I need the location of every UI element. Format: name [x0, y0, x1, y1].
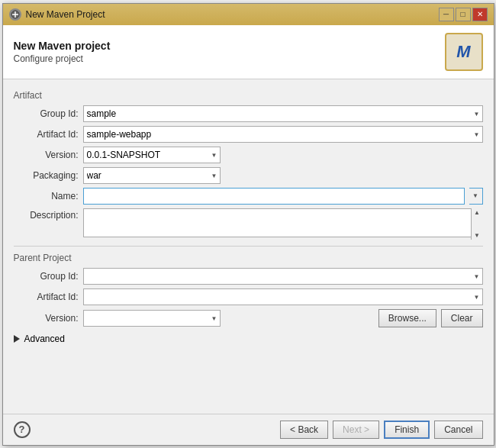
browse-button[interactable]: Browse... [378, 309, 436, 327]
title-bar-left: New Maven Project [9, 8, 105, 21]
name-input[interactable] [83, 188, 465, 205]
finish-button[interactable]: Finish [384, 421, 430, 439]
version-select[interactable]: 0.0.1-SNAPSHOT [83, 147, 221, 163]
parent-artifact-id-combo-wrapper [83, 288, 483, 305]
packaging-label: Packaging: [14, 170, 79, 181]
footer-left: ? [14, 421, 31, 438]
content-area: Artifact Group Id: sample Artifact Id: s… [3, 79, 494, 414]
artifact-id-label: Artifact Id: [14, 129, 79, 140]
window-title: New Maven Project [26, 9, 105, 20]
version-label: Version: [14, 150, 79, 160]
main-window: New Maven Project ─ □ ✕ New Maven projec… [2, 3, 494, 446]
packaging-combo-wrapper: war jar pom [83, 167, 221, 184]
parent-version-label: Version: [14, 313, 79, 324]
parent-version-row: Version: Browse... Clear [14, 309, 483, 327]
parent-group-id-select[interactable] [83, 268, 483, 285]
advanced-row[interactable]: Advanced [14, 334, 483, 344]
name-row: Name: ▼ [14, 188, 483, 205]
name-label: Name: [14, 191, 79, 201]
description-scrollbar: ▲ ▼ [471, 208, 483, 240]
parent-artifact-id-row: Artifact Id: [14, 288, 483, 305]
packaging-select[interactable]: war jar pom [83, 167, 221, 184]
maximize-button[interactable]: □ [456, 8, 471, 21]
footer-right: < Back Next > Finish Cancel [280, 421, 482, 439]
parent-group-id-label: Group Id: [14, 271, 79, 282]
description-row: Description: ▲ ▼ [14, 208, 483, 240]
cancel-button[interactable]: Cancel [434, 421, 482, 439]
scroll-up-icon: ▲ [474, 209, 480, 216]
artifact-section-label: Artifact [14, 90, 483, 101]
help-button[interactable]: ? [14, 421, 31, 438]
section-divider [14, 246, 483, 247]
window-icon [9, 8, 21, 21]
parent-version-select[interactable] [83, 310, 221, 327]
header-text: New Maven project Configure project [14, 40, 111, 64]
close-button[interactable]: ✕ [472, 8, 488, 21]
parent-group-id-combo-wrapper [83, 268, 483, 285]
next-button[interactable]: Next > [333, 421, 379, 439]
description-label: Description: [14, 208, 79, 221]
maven-logo: M [445, 33, 483, 71]
page-subtitle: Configure project [14, 53, 111, 64]
back-button[interactable]: < Back [280, 421, 328, 439]
parent-artifact-id-select[interactable] [83, 288, 483, 305]
description-textarea[interactable] [83, 208, 483, 237]
group-id-label: Group Id: [14, 108, 79, 119]
parent-section-label: Parent Project [14, 253, 483, 263]
advanced-expand-icon [14, 335, 20, 343]
description-wrapper: ▲ ▼ [83, 208, 483, 240]
parent-version-combo-wrapper [83, 310, 221, 327]
artifact-id-select[interactable]: sample-webapp [83, 126, 483, 143]
artifact-id-row: Artifact Id: sample-webapp [14, 126, 483, 143]
scroll-down-icon: ▼ [474, 232, 480, 239]
group-id-combo-wrapper: sample [83, 105, 483, 122]
advanced-label: Advanced [24, 334, 65, 344]
group-id-select[interactable]: sample [83, 105, 483, 122]
page-title: New Maven project [14, 40, 111, 52]
parent-artifact-id-label: Artifact Id: [14, 292, 79, 302]
clear-button[interactable]: Clear [441, 309, 483, 327]
parent-group-id-row: Group Id: [14, 268, 483, 285]
version-row: Version: 0.0.1-SNAPSHOT [14, 147, 483, 163]
header-area: New Maven project Configure project M [3, 25, 494, 79]
packaging-row: Packaging: war jar pom [14, 167, 483, 184]
artifact-id-combo-wrapper: sample-webapp [83, 126, 483, 143]
title-bar-controls: ─ □ ✕ [439, 8, 488, 21]
version-combo-wrapper: 0.0.1-SNAPSHOT [83, 147, 221, 163]
name-dropdown-icon: ▼ [472, 192, 478, 199]
title-bar: New Maven Project ─ □ ✕ [3, 4, 494, 25]
footer-area: ? < Back Next > Finish Cancel [3, 414, 494, 445]
group-id-row: Group Id: sample [14, 105, 483, 122]
minimize-button[interactable]: ─ [439, 8, 454, 21]
